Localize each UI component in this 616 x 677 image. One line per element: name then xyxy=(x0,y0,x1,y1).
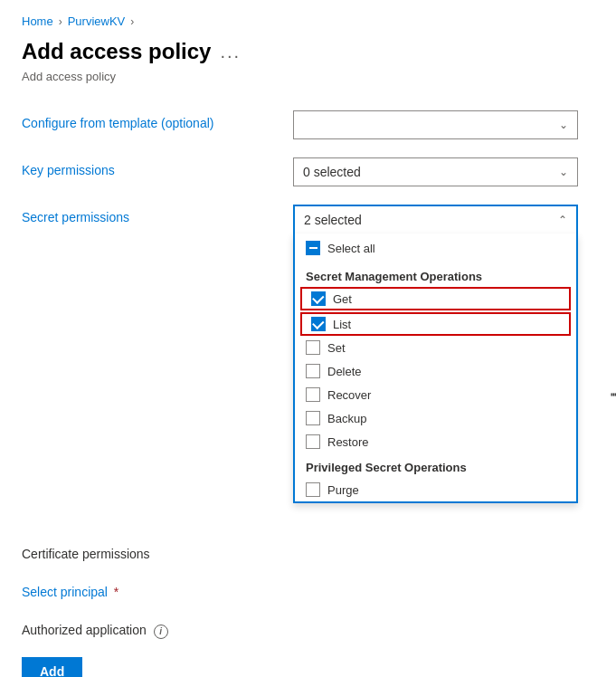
option-list-label: List xyxy=(333,318,351,331)
option-set-checkbox[interactable] xyxy=(306,340,320,355)
page-subtitle: Add access policy xyxy=(0,68,616,101)
configure-template-chevron-icon: ⌄ xyxy=(559,119,568,131)
configure-template-dropdown[interactable]: ⌄ xyxy=(293,110,578,139)
option-delete-label: Delete xyxy=(327,365,362,378)
required-star: * xyxy=(114,585,118,599)
option-list-row[interactable]: List xyxy=(300,312,571,336)
page-title: Add access policy xyxy=(22,39,211,64)
form-area: Configure from template (optional) ⌄ Key… xyxy=(0,101,616,677)
option-backup-label: Backup xyxy=(327,412,366,425)
secret-permissions-chevron-icon: ⌃ xyxy=(558,214,567,226)
option-purge-checkbox[interactable] xyxy=(306,482,320,497)
option-backup-row[interactable]: Backup xyxy=(295,406,576,430)
option-delete-checkbox[interactable] xyxy=(306,364,320,378)
section-secret-management-header: Secret Management Operations xyxy=(295,262,576,287)
form-row-authorized-application: Authorized application i xyxy=(22,617,594,639)
page-menu-dots[interactable]: ... xyxy=(220,42,241,62)
label-certificate-permissions: Certificate permissions xyxy=(22,541,293,561)
select-all-row[interactable]: Select all xyxy=(295,234,576,262)
key-permissions-wrap: 0 selected ⌄ xyxy=(293,157,594,186)
option-set-label: Set xyxy=(327,341,346,355)
add-button-row: Add xyxy=(22,657,594,678)
option-get-label: Get xyxy=(333,292,352,306)
breadcrumb-home[interactable]: Home xyxy=(22,14,53,28)
secret-permissions-panel: Select all Secret Management Operations … xyxy=(293,234,578,503)
info-icon[interactable]: i xyxy=(154,625,168,639)
breadcrumb: Home › PurviewKV › xyxy=(0,0,616,35)
form-row-certificate-permissions: Certificate permissions xyxy=(22,541,594,561)
secret-permissions-wrap: 2 selected ⌃ Select all Secret Managemen… xyxy=(293,205,594,234)
breadcrumb-sep1: › xyxy=(59,15,62,28)
label-secret-permissions: Secret permissions xyxy=(22,205,293,224)
label-key-permissions: Key permissions xyxy=(22,157,293,177)
form-row-key-permissions: Key permissions 0 selected ⌄ xyxy=(22,157,594,186)
add-button[interactable]: Add xyxy=(22,657,82,678)
label-authorized-application: Authorized application i xyxy=(22,617,293,639)
cursor-arrow-icon: ➟ xyxy=(610,386,616,403)
option-backup-checkbox[interactable] xyxy=(306,411,320,425)
option-recover-label: Recover xyxy=(327,388,371,402)
label-configure-template: Configure from template (optional) xyxy=(22,110,293,130)
select-all-checkbox[interactable] xyxy=(306,241,320,255)
section-privileged-header: Privileged Secret Operations xyxy=(295,453,576,478)
option-recover-checkbox[interactable] xyxy=(306,387,320,402)
secret-permissions-value: 2 selected xyxy=(304,213,362,227)
option-delete-row[interactable]: Delete xyxy=(295,359,576,383)
key-permissions-dropdown[interactable]: 0 selected ⌄ xyxy=(293,157,578,186)
label-select-principal: Select principal * xyxy=(22,579,293,599)
option-get-row[interactable]: Get xyxy=(300,287,571,310)
form-row-select-principal: Select principal * xyxy=(22,579,594,599)
option-recover-row[interactable]: Recover xyxy=(295,383,576,406)
breadcrumb-resource[interactable]: PurviewKV xyxy=(68,14,126,28)
option-restore-checkbox[interactable] xyxy=(306,434,320,449)
form-row-configure-template: Configure from template (optional) ⌄ xyxy=(22,110,594,139)
option-restore-row[interactable]: Restore xyxy=(295,430,576,453)
select-all-label: Select all xyxy=(327,242,375,255)
option-restore-label: Restore xyxy=(327,435,369,449)
secret-permissions-dropdown[interactable]: 2 selected ⌃ xyxy=(293,205,578,234)
key-permissions-value: 0 selected xyxy=(303,165,361,179)
option-purge-row[interactable]: Purge xyxy=(295,478,576,501)
option-get-checkbox[interactable] xyxy=(311,291,326,306)
key-permissions-chevron-icon: ⌄ xyxy=(559,166,568,178)
form-row-secret-permissions: Secret permissions 2 selected ⌃ Select a… xyxy=(22,205,594,234)
option-set-row[interactable]: Set xyxy=(295,336,576,359)
page-header: Add access policy ... xyxy=(0,35,616,68)
option-purge-label: Purge xyxy=(327,483,359,497)
configure-template-wrap: ⌄ xyxy=(293,110,594,139)
option-list-checkbox[interactable] xyxy=(311,317,326,331)
breadcrumb-sep2: › xyxy=(130,15,134,28)
